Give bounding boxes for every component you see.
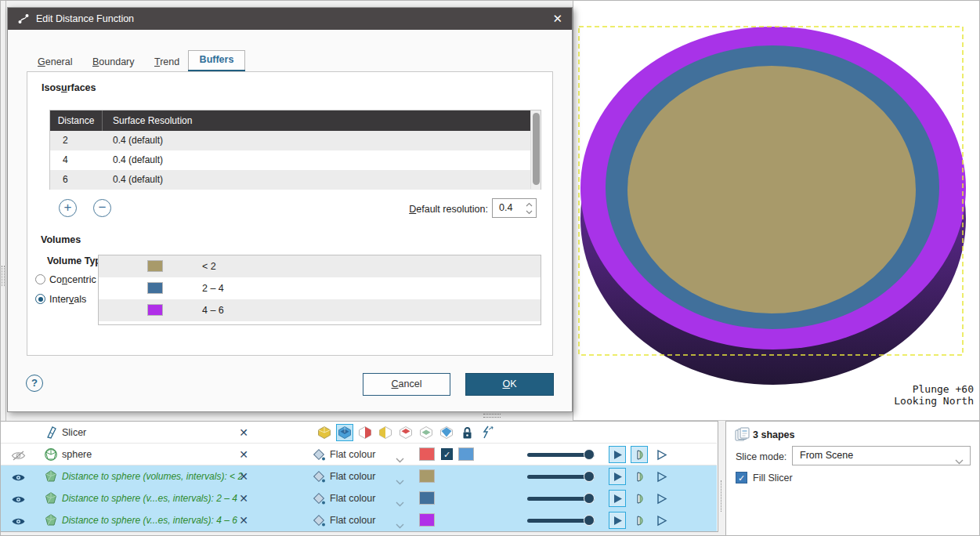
intervals-radio[interactable] [35, 294, 45, 304]
fill-slicer-label: Fill Slicer [753, 473, 793, 483]
slicer-tool-slice-front-icon[interactable] [398, 425, 414, 440]
slicer-tool-no-slice-icon[interactable] [316, 425, 332, 440]
render-solid-button[interactable] [609, 490, 626, 507]
remove-slicer-button[interactable]: ✕ [236, 422, 251, 444]
scene-row-sphere[interactable]: sphere ✕ Flat colour ✓ [1, 444, 717, 465]
slice-mode-select[interactable]: From Scene [792, 446, 971, 465]
scene-row-distance-2-4[interactable]: Distance to sphere (v...es, intervals): … [1, 487, 717, 509]
volume-intervals-list[interactable]: < 2 2 – 4 4 – 6 [98, 255, 541, 325]
slider-knob[interactable] [584, 449, 595, 460]
scrollbar-thumb[interactable] [533, 113, 540, 185]
default-resolution-spinner[interactable]: 0.4 [492, 198, 537, 218]
default-resolution-value[interactable]: 0.4 [499, 202, 512, 213]
render-solid-button[interactable] [609, 512, 626, 529]
help-button[interactable]: ? [26, 375, 43, 392]
volumes-heading: Volumes [41, 234, 81, 245]
link-colours-checkbox[interactable]: ✓ [441, 448, 453, 460]
display-mode-dropdown[interactable]: Flat colour [330, 465, 375, 487]
chevron-down-icon[interactable] [396, 496, 404, 510]
cancel-button[interactable]: Cancel [363, 373, 450, 396]
secondary-colour-swatch[interactable] [458, 447, 474, 461]
slicer-tool-remove-back-icon[interactable] [378, 425, 393, 440]
display-mode-dropdown[interactable]: Flat colour [330, 444, 375, 465]
row-label-sphere: sphere [62, 444, 92, 465]
opacity-slider[interactable] [527, 450, 595, 461]
isosurfaces-table[interactable]: Distance Surface Resolution 2 0.4 (defau… [49, 110, 541, 190]
interval-colour-swatch[interactable] [147, 304, 163, 316]
render-both-sides-button[interactable] [631, 446, 648, 463]
slicer-tool-thick-slice-icon[interactable] [439, 425, 454, 440]
remove-distance-2-4-button[interactable]: ✕ [236, 487, 251, 509]
opacity-slider[interactable] [527, 516, 595, 527]
list-item[interactable]: < 2 [99, 255, 541, 277]
visibility-off-icon[interactable] [11, 450, 26, 464]
remove-sphere-button[interactable]: ✕ [236, 444, 251, 465]
chevron-down-icon[interactable] [396, 474, 404, 488]
colour-swatch[interactable] [419, 513, 435, 527]
render-both-sides-button[interactable] [631, 468, 648, 485]
render-wireframe-button[interactable] [653, 446, 670, 463]
row-label-slicer: Slicer [62, 422, 86, 444]
remove-distance-4-6-button[interactable]: ✕ [236, 509, 251, 531]
render-solid-button[interactable] [609, 446, 626, 463]
slicer-tool-slice-plane-icon[interactable] [336, 424, 353, 441]
concentric-radio-label[interactable]: Concentric [49, 274, 96, 285]
scene-row-slicer[interactable]: Slicer ✕ [1, 422, 717, 444]
draw-slicer-icon[interactable] [479, 425, 495, 440]
concentric-radio[interactable] [35, 274, 45, 284]
opacity-slider[interactable] [527, 494, 595, 505]
interval-colour-swatch[interactable] [147, 260, 163, 272]
intervals-radio-label[interactable]: Intervals [49, 294, 86, 305]
colour-swatch[interactable] [419, 447, 435, 461]
chevron-down-icon[interactable] [396, 452, 404, 466]
tab-boundary[interactable]: Boundary [92, 56, 135, 67]
table-row[interactable]: 4 0.4 (default) [50, 150, 541, 170]
render-wireframe-button[interactable] [653, 512, 670, 529]
render-wireframe-button[interactable] [653, 468, 670, 485]
display-mode-dropdown[interactable]: Flat colour [330, 509, 375, 531]
slider-knob[interactable] [584, 493, 595, 504]
colour-swatch[interactable] [419, 469, 435, 483]
scene-row-distance-lt2[interactable]: Distance to sphere (volumes, intervals):… [1, 465, 717, 487]
slicer-tool-remove-front-icon[interactable] [357, 425, 373, 440]
close-icon[interactable]: ✕ [552, 12, 562, 26]
list-item[interactable]: 4 – 6 [99, 299, 541, 321]
splitter-grip-icon[interactable] [2, 266, 5, 286]
scene-3d-viewport[interactable]: Plunge +60 Looking North [573, 1, 980, 421]
application-window: Plunge +60 Looking North Slicer ✕ [0, 0, 980, 536]
left-panel-splitter[interactable] [1, 1, 6, 421]
add-isosurface-button[interactable]: + [59, 199, 77, 217]
tab-general[interactable]: General [38, 56, 72, 67]
table-row[interactable]: 6 0.4 (default) [50, 170, 541, 190]
table-scrollbar[interactable] [530, 110, 541, 189]
dialog-titlebar[interactable]: Edit Distance Function ✕ [8, 8, 572, 30]
isosurfaces-table-header: Distance Surface Resolution [50, 110, 541, 131]
visibility-on-icon[interactable] [11, 516, 26, 530]
colour-swatch[interactable] [419, 491, 435, 505]
visibility-on-icon[interactable] [11, 494, 26, 508]
visibility-on-icon[interactable] [11, 472, 26, 486]
slicer-tool-slice-back-icon[interactable] [418, 425, 434, 440]
ok-button[interactable]: OK [465, 373, 554, 396]
remove-isosurface-button[interactable]: − [93, 199, 111, 217]
remove-distance-lt2-button[interactable]: ✕ [236, 465, 251, 487]
spinner-arrows[interactable] [526, 201, 533, 219]
tab-buffers[interactable]: Buffers [188, 50, 245, 71]
table-row[interactable]: 2 0.4 (default) [50, 131, 541, 150]
render-wireframe-button[interactable] [653, 490, 670, 507]
fill-slicer-checkbox[interactable]: ✓ [736, 472, 747, 483]
horizontal-splitter-grip[interactable] [483, 414, 501, 418]
list-item[interactable]: 2 – 4 [99, 277, 541, 299]
tab-trend[interactable]: Trend [154, 56, 179, 67]
display-mode-dropdown[interactable]: Flat colour [330, 487, 375, 509]
interval-colour-swatch[interactable] [147, 282, 163, 294]
chevron-down-icon[interactable] [396, 518, 404, 532]
lock-slicer-icon[interactable] [459, 425, 475, 440]
render-both-sides-button[interactable] [631, 490, 648, 507]
opacity-slider[interactable] [527, 472, 595, 483]
render-both-sides-button[interactable] [631, 512, 648, 529]
slider-knob[interactable] [584, 515, 595, 526]
slider-knob[interactable] [584, 471, 595, 482]
render-solid-button[interactable] [609, 468, 626, 485]
scene-row-distance-4-6[interactable]: Distance to sphere (v...es, intervals): … [1, 509, 717, 531]
